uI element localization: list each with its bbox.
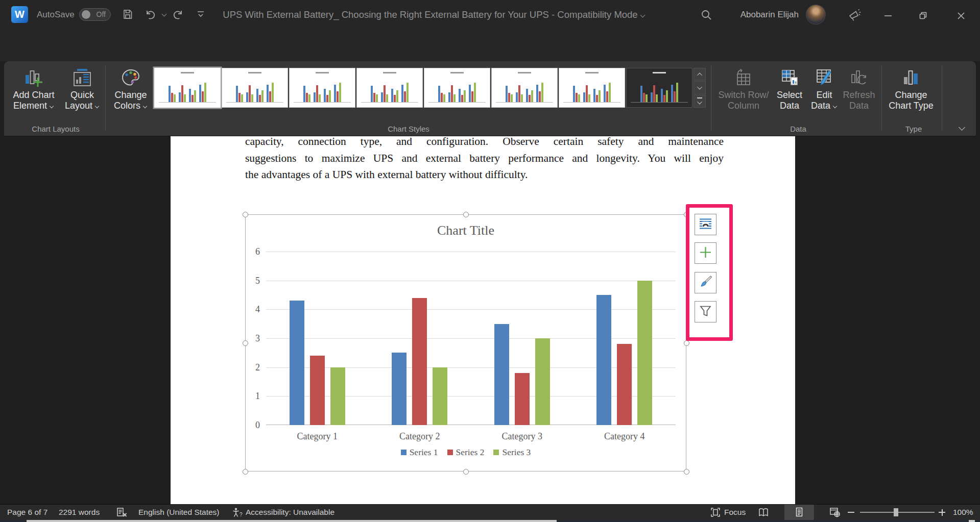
selection-handle[interactable] (684, 340, 689, 346)
zoom-slider-handle[interactable] (894, 508, 898, 516)
select-data-icon (779, 65, 800, 90)
quick-layout-button[interactable]: Quick Layout (60, 65, 104, 123)
group-label-type: Type (886, 125, 942, 133)
chevron-down-icon (833, 105, 838, 109)
chart-bar[interactable] (290, 301, 304, 425)
chart-bar[interactable] (412, 298, 427, 425)
add-chart-element-button[interactable]: Add Chart Element (7, 65, 60, 123)
word-count[interactable]: 2291 words (59, 508, 100, 517)
chart-styles-brush-button[interactable] (695, 272, 716, 293)
chart-object[interactable]: Chart Title 0123456Category 1Category 2C… (245, 214, 686, 471)
y-axis-tick-label: 0 (246, 420, 260, 430)
chart-styles-brush-icon (699, 275, 712, 291)
ribbon-divider (881, 65, 882, 131)
chart-elements-plus-button[interactable] (695, 242, 716, 264)
collapse-ribbon-chevron-icon[interactable] (959, 125, 966, 131)
ribbon: Add Chart Element Quick Layout (4, 61, 976, 136)
chart-bar[interactable] (494, 324, 509, 425)
chart-style-thumbnail[interactable] (356, 68, 423, 108)
menubar: FileHomeInsertDrawDesignLayoutReferences… (0, 29, 980, 61)
selection-handle[interactable] (463, 212, 469, 217)
chart-style-thumbnail[interactable] (289, 68, 355, 108)
chart-title[interactable]: Chart Title (246, 223, 686, 238)
proofing-errors-icon[interactable] (115, 507, 128, 519)
selection-handle[interactable] (243, 212, 248, 217)
zoom-level[interactable]: 100% (953, 508, 973, 517)
autosave-label: AutoSave (37, 10, 75, 20)
document-page[interactable]: capacity, connection type, and configura… (171, 136, 795, 504)
chart-styles-gallery (154, 68, 694, 108)
gallery-more-button[interactable] (694, 95, 706, 108)
y-axis-tick-label: 5 (246, 276, 260, 286)
x-axis-category-label: Category 3 (486, 431, 558, 442)
language-indicator[interactable]: English (United States) (138, 508, 220, 517)
chart-style-thumbnail[interactable] (154, 68, 221, 108)
zoom-in-button[interactable] (939, 508, 946, 517)
chart-bar[interactable] (596, 295, 611, 425)
chart-bar[interactable] (310, 356, 325, 425)
selection-handle[interactable] (684, 469, 689, 475)
selection-handle[interactable] (463, 469, 469, 475)
selection-handle[interactable] (243, 469, 248, 475)
chart-gridline (266, 367, 676, 368)
zoom-out-button[interactable] (848, 508, 855, 517)
undo-dropdown-chevron-icon[interactable] (162, 12, 167, 17)
chevron-down-icon (95, 105, 100, 109)
quick-access-toolbar-chevron-icon[interactable] (196, 10, 206, 19)
chart-bar[interactable] (392, 353, 407, 425)
focus-mode-icon[interactable] (710, 507, 721, 518)
change-chart-type-button[interactable]: Change Chart Type (886, 65, 937, 123)
selection-handle[interactable] (243, 340, 248, 346)
web-layout-icon (829, 507, 841, 518)
legend-item: Series 3 (493, 447, 531, 458)
redo-icon[interactable] (172, 8, 184, 20)
autosave-toggle[interactable]: Off (79, 8, 111, 21)
gallery-scroll-controls (694, 68, 706, 108)
ribbon-divider (105, 65, 106, 131)
gallery-scroll-down-button[interactable] (694, 81, 706, 94)
accessibility-icon[interactable]: ? (231, 507, 244, 519)
print-layout-button[interactable] (784, 505, 814, 520)
svg-text:?: ? (240, 512, 243, 517)
undo-icon[interactable] (144, 8, 156, 20)
chart-bar[interactable] (535, 338, 550, 425)
chart-filters-funnel-button[interactable] (695, 301, 716, 322)
select-data-button[interactable]: Select Data (772, 65, 807, 123)
refresh-data-button: Refresh Data (842, 65, 876, 123)
edit-data-button[interactable]: Edit Data (807, 65, 842, 123)
page-indicator[interactable]: Page 6 of 7 (7, 508, 47, 517)
read-mode-button[interactable] (749, 505, 778, 520)
chart-style-thumbnail[interactable] (491, 68, 558, 108)
y-axis-tick-label: 1 (246, 391, 260, 401)
chart-style-thumbnail[interactable] (626, 68, 692, 108)
chart-style-thumbnail[interactable] (424, 68, 490, 108)
document-title: UPS With External Battery_ Choosing the … (220, 9, 649, 20)
chart-bar[interactable] (617, 344, 632, 425)
account-name[interactable]: Abobarin Elijah (740, 10, 799, 20)
avatar[interactable] (806, 5, 826, 24)
chart-style-thumbnail[interactable] (559, 68, 625, 108)
change-colors-button[interactable]: Change Colors (107, 65, 154, 123)
close-window-icon[interactable] (954, 9, 968, 22)
megaphone-icon[interactable] (848, 8, 862, 22)
save-icon[interactable] (122, 8, 134, 20)
chart-bar[interactable] (433, 367, 447, 425)
layout-options-button[interactable] (695, 214, 716, 235)
restore-window-icon[interactable] (917, 9, 930, 22)
autosave-toggle-knob (82, 10, 90, 19)
word-logo-icon[interactable] (11, 6, 28, 23)
web-layout-button[interactable] (820, 505, 850, 520)
minimize-icon[interactable] (881, 9, 895, 22)
gallery-scroll-up-button[interactable] (694, 68, 706, 81)
chart-bar[interactable] (330, 367, 345, 425)
chart-style-thumbnail[interactable] (222, 68, 288, 108)
statusbar: Page 6 of 7 2291 words English (United S… (0, 504, 980, 520)
accessibility-status[interactable]: Accessibility: Unavailable (246, 508, 334, 517)
search-icon[interactable] (700, 8, 713, 21)
title-dropdown-chevron-icon[interactable] (640, 13, 646, 18)
chart-legend[interactable]: Series 1Series 2Series 3 (246, 447, 686, 458)
focus-mode-label[interactable]: Focus (724, 508, 746, 517)
chart-bar[interactable] (637, 281, 652, 425)
chart-bar[interactable] (515, 373, 530, 425)
chart-gridline (266, 396, 676, 396)
